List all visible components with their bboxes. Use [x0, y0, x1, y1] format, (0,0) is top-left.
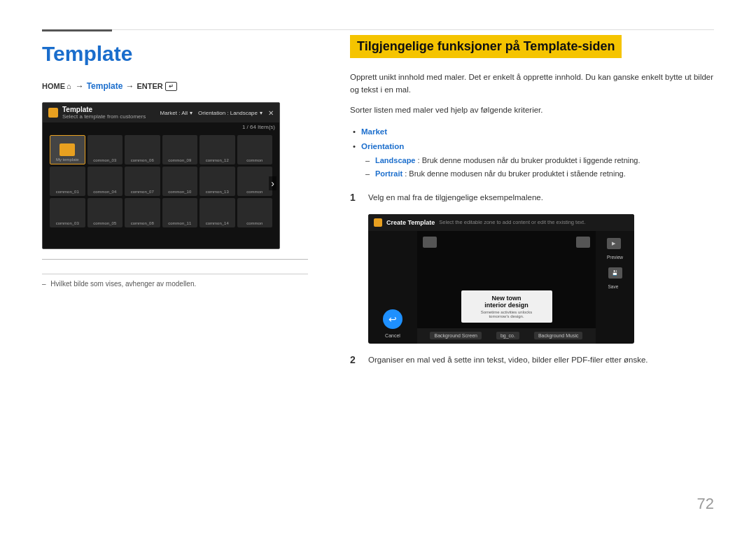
grid-item-label: common_03: [93, 158, 116, 162]
screenshot-header: Template Select a template from customer…: [43, 103, 279, 122]
ct-center: New town interior design Sometime activi…: [417, 231, 596, 344]
ct-save-label: Save: [608, 284, 619, 289]
next-arrow-icon[interactable]: ›: [269, 176, 276, 190]
grid-item-label: common_14: [206, 221, 229, 225]
ct-text-sub: interior design: [472, 302, 541, 309]
caption-divider: – Hvilket bilde som vises, avhenger av m…: [42, 259, 308, 288]
grid-item[interactable]: common_14: [200, 198, 235, 227]
grid-item[interactable]: common: [237, 135, 273, 164]
caption-dash: –: [42, 280, 46, 288]
grid-item[interactable]: common_06: [125, 135, 160, 164]
grid-item[interactable]: common: [237, 167, 273, 196]
step-2-number: 2: [350, 353, 361, 365]
my-template-icon: [59, 143, 75, 156]
close-icon[interactable]: ✕: [268, 109, 274, 117]
ct-bg-screen-btn[interactable]: Background Screen: [430, 332, 481, 339]
portrait-text: : Bruk denne modusen når du bruker produ…: [405, 169, 626, 178]
orientation-chevron-icon: ▾: [260, 110, 262, 116]
grid-item[interactable]: common: [237, 198, 273, 227]
ct-cancel-icon[interactable]: ↩: [383, 309, 402, 329]
ct-cancel-label[interactable]: Cancel: [385, 333, 400, 338]
sub-bullet-landscape: Landscape : Bruk denne modusen når du br…: [375, 154, 714, 168]
ct-icon: [374, 218, 382, 227]
ct-bg-co-btn[interactable]: bg_co.: [496, 332, 519, 339]
grid-item-my-template[interactable]: My template: [50, 135, 85, 164]
grid-item-label: common: [246, 158, 262, 162]
orientation-sub-list: Landscape : Bruk denne modusen når du br…: [375, 154, 714, 182]
grid-item[interactable]: common_04: [88, 167, 123, 196]
page-number: 72: [697, 495, 714, 513]
section-title: Tilgjengelige funksjoner på Template-sid…: [350, 35, 622, 58]
page-title: Template: [42, 42, 308, 66]
market-dropdown[interactable]: Market : All ▾: [160, 110, 192, 116]
grid-item[interactable]: common_07: [125, 167, 160, 196]
left-column: Template HOME ⌂ → Template → ENTER ↵ Tem…: [42, 35, 336, 506]
landscape-text: : Bruk denne modusen når du bruker produ…: [418, 156, 640, 164]
screenshot-subtitle: Select a template from customers: [62, 113, 146, 120]
market-dropdown-label: Market : All: [160, 110, 188, 116]
grid-item-label: common_03: [56, 221, 79, 225]
grid-item[interactable]: common_12: [200, 135, 235, 164]
ct-preview-icon[interactable]: ▶: [607, 238, 621, 249]
portrait-label: Portrait: [375, 169, 402, 178]
ct-preview-label: Preview: [607, 255, 623, 260]
ct-main: ↩ Cancel New town interior design Someti…: [368, 231, 634, 344]
breadcrumb-arrow2: →: [125, 81, 134, 91]
grid-item[interactable]: common_08: [125, 198, 160, 227]
item-count: 1 / 64 Item(s): [242, 124, 275, 130]
ct-bg-music-btn[interactable]: Background Music: [534, 332, 583, 339]
grid-item-label: common_12: [206, 158, 229, 162]
enter-icon: ↵: [165, 82, 177, 91]
ct-bottom-bar: Background Screen bg_co. Background Musi…: [417, 328, 596, 344]
ct-text-tiny: Sometime activities unlocks tomorrow's d…: [472, 310, 541, 318]
ct-subtitle: Select the editable zone to add content …: [439, 219, 585, 225]
screenshot-header-left: Template Select a template from customer…: [48, 106, 146, 120]
ct-icon-top-left: [423, 237, 437, 248]
grid-item-label: common: [246, 190, 262, 194]
grid-item[interactable]: common_13: [200, 167, 235, 196]
template-grid: My template common_03 common_06 common_0…: [46, 132, 276, 231]
ct-text-main: New town: [472, 295, 541, 302]
grid-item-label: common_11: [168, 221, 191, 225]
grid-item[interactable]: common_05: [88, 198, 123, 227]
grid-item[interactable]: common_03: [50, 198, 85, 227]
orientation-dropdown[interactable]: Orientation : Landscape ▾: [198, 110, 262, 116]
step-1: 1 Velg en mal fra de tilgjengelige eksem…: [350, 191, 714, 204]
step-1-number: 1: [350, 191, 361, 203]
grid-item[interactable]: common_09: [162, 135, 198, 164]
grid-item-label: common_10: [168, 190, 191, 194]
grid-item-label: common_01: [56, 190, 79, 194]
enter-text: ENTER: [136, 82, 162, 90]
bullet-market: Market: [361, 125, 714, 139]
grid-item[interactable]: common_11: [162, 198, 198, 227]
grid-item[interactable]: common_03: [88, 135, 123, 164]
bullet-orientation: Orientation Landscape : Bruk denne modus…: [361, 139, 714, 181]
grid-item-label: common_04: [93, 190, 116, 194]
sub-bullet-portrait: Portrait : Bruk denne modusen når du bru…: [375, 167, 714, 181]
sort-text: Sorter listen med maler ved hjelp av føl…: [350, 104, 714, 116]
ct-title: Create Template: [386, 219, 435, 226]
step-1-text: Velg en mal fra de tilgjengelige eksempe…: [368, 191, 714, 204]
template-icon: [48, 108, 58, 118]
grid-item-label: common_05: [93, 221, 116, 225]
create-template-box: Create Template Select the editable zone…: [368, 214, 634, 344]
feature-list: Market Orientation Landscape : Bruk denn…: [361, 125, 714, 181]
grid-item-label: common_09: [168, 158, 191, 162]
screenshot-caption: – Hvilket bilde som vises, avhenger av m…: [42, 274, 308, 288]
grid-item[interactable]: common_10: [162, 167, 198, 196]
ct-black-area: New town interior design Sometime activi…: [417, 231, 596, 344]
step-2: 2 Organiser en mal ved å sette inn tekst…: [350, 353, 714, 366]
grid-item-label: common: [246, 221, 262, 225]
template-screenshot: Template Select a template from customer…: [42, 102, 280, 249]
ct-icon-top-right: [576, 237, 590, 248]
grid-item-label: common_08: [131, 221, 154, 225]
landscape-label: Landscape: [375, 156, 415, 164]
grid-item-label: common_07: [131, 190, 154, 194]
breadcrumb-arrow1: →: [76, 81, 84, 91]
home-icon: ⌂: [66, 82, 71, 90]
screenshot-title: Template: [62, 106, 146, 113]
ct-save-icon[interactable]: 💾: [608, 267, 622, 279]
home-text: HOME: [42, 82, 65, 90]
grid-item[interactable]: common_01: [50, 167, 85, 196]
market-label: Market: [361, 127, 387, 136]
